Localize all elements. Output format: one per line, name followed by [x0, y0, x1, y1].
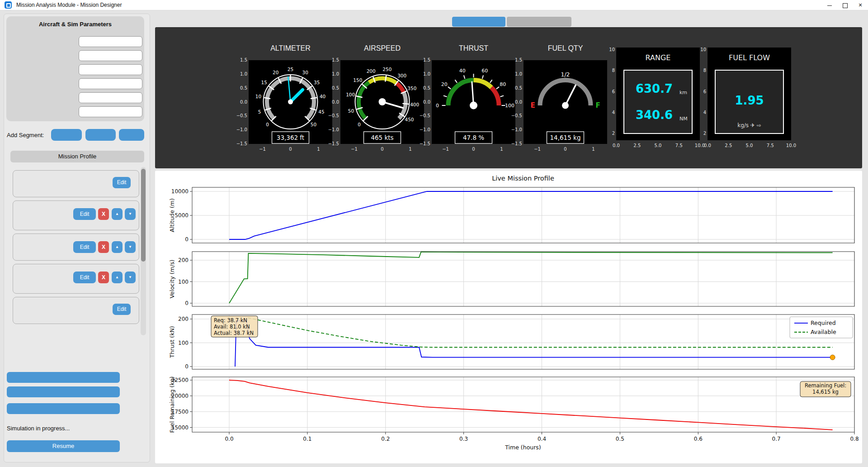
axis-tick: 1.0 — [509, 71, 522, 76]
axis-tick: −1.0 — [234, 127, 247, 132]
segment-move-down-button[interactable]: ▼ — [125, 208, 136, 220]
svg-text:50: 50 — [311, 122, 316, 127]
gauge-needle — [291, 90, 303, 102]
segment-edit-button[interactable]: Edit — [73, 241, 96, 253]
export-data-to-excel-button[interactable] — [7, 403, 120, 414]
svg-text:1/2: 1/2 — [561, 71, 570, 78]
gauge-value: 47.8 % — [463, 134, 484, 141]
add-descend-button[interactable] — [119, 129, 144, 141]
axis-tick: 8 — [693, 68, 706, 73]
axis-tick: −0.5 — [234, 113, 247, 118]
gauge-fuel-qty: EF1/2 14,615 kg — [524, 60, 607, 144]
run-mission-simulation-button[interactable] — [7, 372, 120, 383]
digital-panel-fuel-flow: FUEL FLOW1.95kg/s ✈ ⇨ — [708, 48, 791, 140]
axis-tick: 0 — [558, 147, 573, 152]
axis-tick: 0.0 — [609, 143, 624, 148]
gauge-needle — [566, 85, 576, 105]
axis-tick: 4 — [601, 110, 615, 115]
svg-text:0.6: 0.6 — [694, 436, 703, 442]
svg-text:100: 100 — [178, 340, 189, 346]
svg-text:0.7: 0.7 — [772, 436, 781, 442]
instrument-panel: ALTIMETER05101520253035404550 33,362 ft1… — [155, 27, 862, 168]
axis-tick: −0.5 — [509, 113, 522, 118]
gauge-altimeter: 05101520253035404550 33,362 ft — [249, 60, 332, 144]
axis-tick: 2.5 — [629, 143, 645, 148]
segment-card-1-takeoff[interactable]: Edit — [13, 170, 139, 197]
add-cruise-button[interactable] — [85, 129, 116, 141]
series-velocity — [229, 252, 833, 304]
segment-edit-button[interactable]: Edit — [113, 304, 131, 315]
param-input-initial-fuel-on-board-kg[interactable] — [79, 50, 142, 61]
segment-delete-button[interactable]: X — [98, 272, 109, 283]
svg-text:0.1: 0.1 — [303, 436, 311, 442]
tab-live-mission-view[interactable] — [452, 17, 505, 27]
segment-list-scrollbar[interactable] — [141, 167, 146, 335]
axis-tick: −1 — [438, 147, 453, 152]
param-input-time-step-s[interactable] — [79, 92, 142, 103]
svg-text:E: E — [530, 101, 535, 110]
svg-text:F: F — [595, 101, 600, 110]
svg-text:Avail: 81.0 kN: Avail: 81.0 kN — [214, 324, 250, 330]
svg-text:35: 35 — [314, 80, 320, 85]
axis-tick: 1.0 — [417, 71, 430, 76]
gauge-title-altimeter: ALTIMETER — [245, 44, 336, 52]
param-input-initial-gross-weight-kg[interactable] — [79, 36, 142, 47]
scrollbar-thumb[interactable] — [141, 169, 146, 262]
close-button[interactable]: ✕ — [853, 0, 868, 10]
svg-text:0.2: 0.2 — [381, 436, 390, 442]
svg-text:Actual: 38.7 kN: Actual: 38.7 kN — [214, 330, 254, 336]
segment-move-up-button[interactable]: ▲ — [112, 208, 123, 220]
svg-text:0: 0 — [185, 300, 189, 306]
segment-card-3-cruise[interactable]: Edit X ▲ ▼ — [13, 234, 139, 261]
title-bar: Mission Analysis Module - Mission Design… — [0, 0, 868, 10]
tab-mission-summary-plots[interactable] — [507, 17, 571, 27]
svg-text:0.8: 0.8 — [850, 436, 859, 442]
svg-text:10: 10 — [255, 94, 261, 99]
params-title: Aircraft & Sim Parameters — [6, 21, 144, 28]
chart-title: Live Mission Profile — [492, 175, 554, 182]
param-input-lift-to-drag-ratio-l-d[interactable] — [79, 64, 142, 75]
param-input-number-of-engines[interactable] — [79, 78, 142, 89]
axis-tick: 1.5 — [509, 57, 522, 62]
segment-move-up-button[interactable]: ▲ — [112, 241, 123, 253]
param-input-takeoff-acceleration-g[interactable] — [79, 106, 142, 117]
segment-card-5-landing[interactable]: Edit — [13, 297, 139, 324]
svg-text:80: 80 — [500, 81, 506, 87]
svg-text:200: 200 — [178, 316, 189, 322]
svg-text:350: 350 — [407, 86, 416, 91]
add-climb-button[interactable] — [51, 129, 82, 141]
segment-card-2-climb[interactable]: Edit X ▲ ▼ — [13, 200, 139, 230]
axis-tick: 10 — [693, 47, 706, 52]
generate-pdf-report-button[interactable] — [7, 386, 120, 397]
mission-profile-header: Mission Profile — [10, 151, 144, 162]
segment-move-down-button[interactable]: ▼ — [125, 272, 136, 283]
segment-edit-button[interactable]: Edit — [73, 208, 96, 220]
x-axis-label: Time (hours) — [505, 444, 541, 451]
svg-text:40: 40 — [320, 94, 326, 99]
segment-card-4-descend[interactable]: Edit X ▲ ▼ — [13, 264, 139, 294]
axis-tick: −0.5 — [417, 113, 430, 118]
minimize-button[interactable] — [822, 0, 837, 10]
gauge-value: 465 kts — [371, 134, 393, 141]
y-axis-label: Thrust (kN) — [169, 326, 175, 358]
param-row-initial-gross-weight-kg — [6, 36, 144, 48]
segment-delete-button[interactable]: X — [98, 241, 109, 253]
svg-text:20: 20 — [273, 70, 278, 75]
gauge-value: 14,615 kg — [550, 134, 581, 141]
param-row-takeoff-acceleration-g — [6, 106, 144, 118]
segment-delete-button[interactable]: X — [98, 208, 109, 220]
maximize-button[interactable] — [837, 0, 853, 10]
axis-tick: 1 — [311, 147, 326, 152]
segment-move-down-button[interactable]: ▼ — [125, 241, 136, 253]
axis-tick: −1 — [255, 147, 270, 152]
gauge-title-thrust: THRUST — [429, 44, 519, 52]
segment-edit-button[interactable]: Edit — [73, 272, 96, 283]
axis-tick: −1.5 — [234, 141, 247, 146]
svg-text:340.6: 340.6 — [636, 108, 673, 122]
axis-tick: 10.0 — [783, 143, 799, 148]
segment-move-up-button[interactable]: ▲ — [112, 272, 123, 283]
segment-edit-button[interactable]: Edit — [113, 177, 131, 188]
svg-text:0: 0 — [185, 236, 189, 243]
axis-tick: 0.0 — [326, 100, 339, 105]
resume-button[interactable]: Resume — [7, 440, 120, 452]
